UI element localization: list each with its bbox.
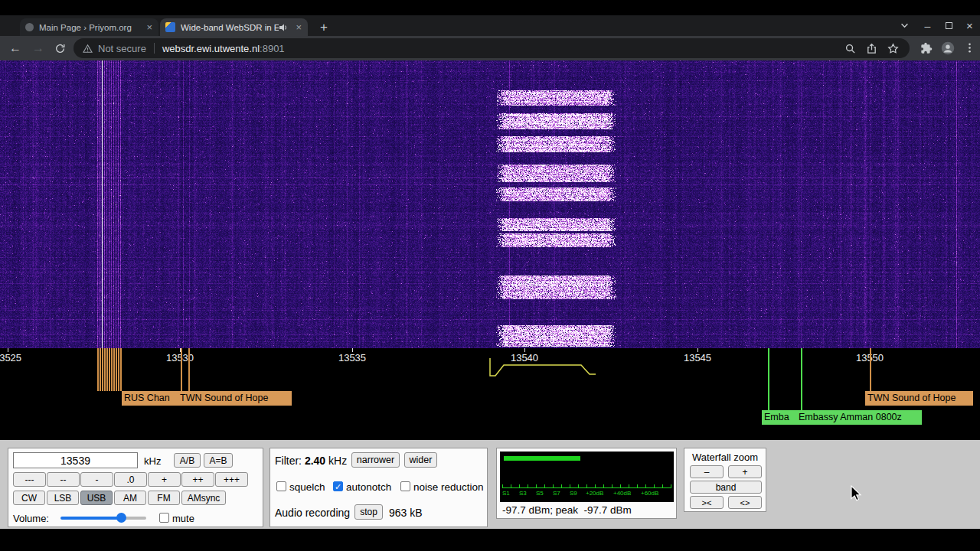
waterfall-zoom-title: Waterfall zoom [684, 452, 766, 463]
control-strip: kHz A/B A=B --- -- - .0 + ++ +++ CW LSB … [0, 440, 980, 529]
profile-avatar[interactable] [941, 41, 955, 55]
audio-playing-icon[interactable] [279, 23, 288, 32]
window-maximize-button[interactable] [939, 15, 959, 36]
station-label-twn-right[interactable]: TWN Sound of Hope [865, 391, 973, 406]
station-marker-line [870, 348, 871, 391]
freq-step-down3-button[interactable]: --- [13, 472, 46, 487]
stop-recording-button[interactable]: stop [354, 504, 383, 520]
freq-step-up1-button[interactable]: + [148, 472, 181, 487]
mode-usb-button[interactable]: USB [80, 491, 113, 505]
browser-toolbar: ← → Not secure websdr.ewi.utwente.nl :89… [0, 36, 980, 60]
letterbox-bottom [0, 529, 980, 551]
freq-step-down1-button[interactable]: - [80, 472, 113, 487]
waterfall-band-button[interactable]: band [690, 481, 762, 494]
tab-title: Main Page › Priyom.org [39, 23, 140, 32]
window-minimize-button[interactable]: – [917, 15, 938, 36]
tab-websdr[interactable]: Wide-band WebSDR in Ensch × [160, 18, 308, 36]
freq-round-button[interactable]: .0 [114, 472, 147, 487]
station-marker-line-green [801, 348, 802, 410]
tab-close-icon[interactable]: × [296, 21, 302, 33]
s-meter-label: S3 [519, 490, 527, 497]
station-label-embassy[interactable]: Embassy Amman 0800z [796, 410, 922, 425]
mute-label: mute [172, 513, 194, 524]
not-secure-warning-icon [83, 44, 93, 54]
autonotch-checkbox[interactable]: ✓ [333, 481, 343, 491]
security-label: Not secure [98, 43, 146, 54]
waterfall-wide-button[interactable]: <> [728, 496, 762, 509]
autonotch-label: autonotch [346, 481, 391, 493]
websdr-favicon [165, 22, 175, 32]
window-close-button[interactable]: × [959, 15, 980, 36]
volume-slider-thumb[interactable] [116, 513, 126, 523]
maximize-icon [946, 22, 952, 29]
zoom-icon[interactable] [844, 43, 856, 54]
s-meter-label: +20dB [586, 490, 603, 497]
recording-size: 963 kB [389, 507, 423, 519]
waterfall-zoom-in-button[interactable]: + [728, 465, 762, 478]
station-marker-line [181, 348, 182, 391]
wider-button[interactable]: wider [404, 452, 437, 468]
omnibox-icons [844, 43, 899, 54]
freq-step-down2-button[interactable]: -- [47, 472, 80, 487]
s-meter-scale-ticks [502, 484, 671, 488]
menu-kebab-icon[interactable] [964, 42, 975, 54]
mode-fm-button[interactable]: FM [148, 491, 180, 505]
url-divider [154, 43, 155, 54]
s-meter-label: +40dB [613, 490, 631, 497]
squelch-checkbox[interactable] [276, 481, 286, 491]
signal-reading: -97.7 dBm; peak -97.7 dBm [502, 504, 632, 516]
screen: Main Page › Priyom.org × Wide-band WebSD… [0, 0, 980, 551]
a-equals-b-button[interactable]: A=B [204, 453, 233, 468]
tab-title: Wide-band WebSDR in Ensch [181, 23, 279, 32]
noise-reduction-label: noise reduction [413, 481, 484, 493]
frequency-panel: kHz A/B A=B --- -- - .0 + ++ +++ CW LSB … [8, 448, 263, 527]
s-meter-label: S5 [536, 490, 544, 497]
volume-slider-track[interactable] [60, 517, 146, 520]
waterfall-zoom-panel: Waterfall zoom – + band >< <> [684, 448, 766, 512]
station-label-embassy-short[interactable]: Emba [762, 410, 796, 425]
tab-search-chevron-icon[interactable] [894, 15, 915, 36]
frequency-scale-area[interactable]: 13525 13530 13535 13540 13545 13550 RUS … [0, 348, 980, 440]
s-meter-label: S9 [570, 490, 577, 497]
audio-recording-label: Audio recording [275, 507, 350, 519]
signal-strength-bar [504, 456, 580, 461]
freq-step-up3-button[interactable]: +++ [215, 472, 248, 487]
ab-swap-button[interactable]: A/B [174, 453, 201, 468]
tab-priyom[interactable]: Main Page › Priyom.org × [20, 18, 158, 36]
frequency-input[interactable] [13, 452, 138, 468]
filter-label-group: Filter: 2.40 kHz [275, 455, 347, 467]
tab-close-icon[interactable]: × [146, 21, 152, 33]
s-meter-display: S1 S3 S5 S7 S9 +20dB +40dB +60dB [500, 452, 674, 502]
waterfall-display[interactable] [0, 60, 980, 348]
share-icon[interactable] [866, 43, 877, 54]
forward-button[interactable]: → [29, 39, 47, 57]
station-label-rus[interactable]: RUS Chan [122, 391, 178, 406]
address-bar[interactable]: Not secure websdr.ewi.utwente.nl :8901 [74, 38, 910, 58]
filter-label: Filter: [275, 455, 302, 467]
passband-indicator[interactable] [0, 348, 980, 383]
new-tab-button[interactable]: + [315, 19, 332, 36]
mode-amsync-button[interactable]: AMsync [181, 491, 226, 505]
letterbox-top [0, 0, 980, 15]
waterfall-narrow-button[interactable]: >< [690, 496, 724, 509]
reload-button[interactable] [51, 39, 69, 57]
mode-cw-button[interactable]: CW [13, 491, 45, 505]
back-button[interactable]: ← [6, 39, 24, 57]
narrower-button[interactable]: narrower [351, 452, 400, 468]
priyom-favicon [25, 23, 34, 31]
mouse-cursor [849, 485, 864, 502]
khz-label: kHz [144, 455, 161, 467]
bookmark-star-icon[interactable] [887, 43, 899, 54]
signal-meter-panel: S1 S3 S5 S7 S9 +20dB +40dB +60dB -97.7 d… [496, 448, 677, 519]
mute-checkbox[interactable] [159, 513, 169, 523]
mode-am-button[interactable]: AM [114, 491, 146, 505]
mode-lsb-button[interactable]: LSB [47, 491, 79, 505]
filter-panel: Filter: 2.40 kHz narrower wider squelch … [270, 448, 488, 527]
waterfall-zoom-out-button[interactable]: – [690, 465, 724, 478]
freq-step-up2-button[interactable]: ++ [181, 472, 214, 487]
noise-reduction-checkbox[interactable] [400, 481, 410, 491]
filter-bandwidth: 2.40 [305, 455, 325, 467]
s-meter-label: S7 [553, 490, 560, 497]
station-label-twn-left[interactable]: TWN Sound of Hope [178, 391, 292, 406]
extensions-puzzle-icon[interactable] [920, 42, 933, 54]
